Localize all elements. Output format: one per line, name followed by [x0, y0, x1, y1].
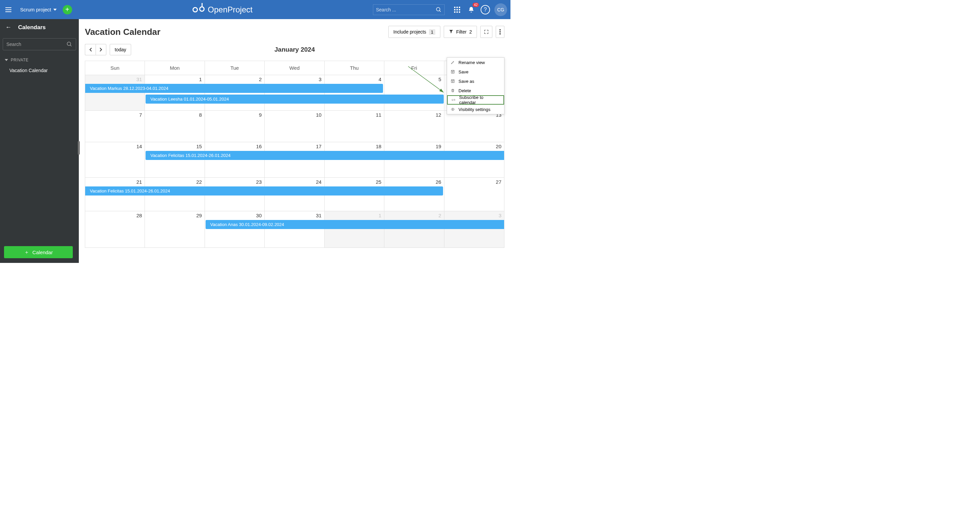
calendar-header-row: SunMonTueWedThuFriSat	[85, 61, 504, 75]
save-icon	[450, 79, 455, 84]
expand-icon	[484, 30, 488, 34]
filter-button[interactable]: Filter 2	[444, 26, 477, 38]
chevron-left-icon	[89, 47, 92, 52]
svg-point-2	[67, 42, 71, 46]
calendar-day[interactable]: 9	[205, 111, 265, 142]
chevron-down-icon	[5, 59, 8, 61]
day-header: Sun	[85, 61, 145, 75]
svg-point-9	[452, 72, 453, 73]
back-arrow-icon[interactable]: ←	[5, 24, 11, 31]
calendar-day[interactable]: 27	[444, 178, 504, 211]
trash-icon	[450, 88, 455, 93]
day-number: 26	[436, 179, 441, 185]
calendar-day[interactable]: 28	[85, 211, 145, 248]
calendar-event[interactable]: Vacation Leesha 01.01.2024-05.01.2024	[146, 95, 443, 103]
menu-item-subscribe-to-calendar[interactable]: Subscribe to calendar	[447, 95, 504, 105]
more-actions-button[interactable]	[496, 26, 504, 38]
svg-rect-8	[452, 70, 454, 71]
sidebar: ← Calendars PRIVATE Vacation Calendar ＋ …	[0, 19, 79, 263]
menu-item-label: Visibility settings	[458, 107, 490, 112]
calendar-day[interactable]: 31	[265, 211, 324, 248]
menu-item-save-as[interactable]: Save as	[447, 76, 504, 86]
calendar-day[interactable]: 13	[444, 111, 504, 142]
eye-icon	[450, 107, 455, 112]
sidebar-item-vacation-calendar[interactable]: Vacation Calendar	[0, 64, 79, 76]
today-button[interactable]: today	[110, 44, 131, 55]
next-month-button[interactable]	[95, 44, 106, 55]
day-number: 3	[499, 213, 501, 218]
filter-label: Filter	[456, 29, 466, 35]
calendar-day[interactable]: 7	[85, 111, 145, 142]
sidebar-section-private[interactable]: PRIVATE	[0, 56, 79, 64]
day-number: 31	[316, 213, 321, 218]
day-header: Thu	[325, 61, 384, 75]
day-header: Tue	[205, 61, 265, 75]
calendar-day[interactable]: 3	[444, 211, 504, 248]
day-header: Wed	[265, 61, 324, 75]
more-vertical-icon	[500, 29, 501, 35]
calendar-day[interactable]: 5	[384, 75, 444, 110]
logo[interactable]: OpenProject	[192, 4, 253, 16]
day-number: 2	[259, 76, 262, 82]
include-projects-count: 1	[429, 29, 435, 35]
filter-count: 2	[469, 29, 472, 35]
create-button[interactable]: +	[63, 5, 72, 14]
new-calendar-label: Calendar	[33, 249, 53, 255]
day-number: 9	[259, 112, 262, 118]
menu-item-visibility-settings[interactable]: Visibility settings	[447, 105, 504, 114]
calendar-day[interactable]: 8	[145, 111, 205, 142]
fullscreen-button[interactable]	[480, 26, 492, 38]
svg-line-3	[70, 45, 72, 46]
search-icon	[436, 7, 442, 13]
day-number: 16	[256, 143, 262, 149]
calendar-day[interactable]: 2	[384, 211, 444, 248]
menu-item-label: Save as	[458, 79, 474, 84]
calendar-day[interactable]: 10	[265, 111, 324, 142]
calendar-day[interactable]: 11	[325, 111, 384, 142]
page-title: Vacation Calendar	[85, 27, 160, 37]
prev-month-button[interactable]	[85, 44, 95, 55]
calendar-day[interactable]: 1	[325, 211, 384, 248]
section-label: PRIVATE	[11, 58, 29, 62]
day-number: 10	[316, 112, 321, 118]
menu-item-delete[interactable]: Delete	[447, 86, 504, 95]
apps-grid-icon	[454, 7, 460, 13]
search-input[interactable]	[376, 7, 436, 13]
project-selector[interactable]: Scrum project	[20, 7, 57, 13]
hamburger-menu-icon[interactable]	[5, 6, 13, 14]
calendar-event[interactable]: Vacation Markus 28.12.2023-04.01.2024	[85, 84, 383, 93]
calendar-day[interactable]: 14	[85, 142, 145, 177]
search-icon	[67, 41, 72, 47]
global-search[interactable]	[373, 4, 445, 15]
menu-item-rename-view[interactable]: Rename view	[447, 58, 504, 67]
calendar-event[interactable]: Vacation Anas 30.01.2024-09.02.2024	[205, 220, 504, 229]
apps-button[interactable]	[451, 3, 463, 16]
day-number: 17	[316, 143, 321, 149]
svg-point-4	[500, 29, 501, 30]
menu-item-save[interactable]: Save	[447, 67, 504, 76]
day-number: 27	[496, 179, 501, 185]
calendar-day[interactable]: 29	[145, 211, 205, 248]
day-header: Mon	[145, 61, 205, 75]
day-number: 1	[379, 213, 381, 218]
calendar-day[interactable]: 12	[384, 111, 444, 142]
calendar-day[interactable]: 30	[205, 211, 265, 248]
include-projects-button[interactable]: Include projects 1	[388, 26, 441, 38]
svg-point-0	[436, 7, 440, 11]
calendar-event[interactable]: Vacation Felicitas 15.01.2024-26.01.2024	[85, 186, 443, 195]
help-button[interactable]: ?	[479, 3, 492, 16]
new-calendar-button[interactable]: ＋ Calendar	[4, 246, 73, 258]
menu-item-label: Rename view	[458, 60, 485, 65]
avatar-initials: CG	[497, 7, 504, 13]
day-number: 14	[137, 143, 142, 149]
user-avatar[interactable]: CG	[494, 3, 507, 16]
calendar-month-title: January 2024	[274, 46, 315, 53]
save-icon	[450, 70, 455, 74]
day-number: 19	[436, 143, 441, 149]
day-number: 11	[375, 112, 381, 118]
calendar-event[interactable]: Vacation Felicitas 15.01.2024-26.01.2024	[146, 151, 504, 160]
menu-item-label: Delete	[458, 88, 471, 93]
sidebar-search-input[interactable]	[6, 41, 67, 47]
notifications-button[interactable]: 42	[465, 3, 477, 16]
sidebar-search[interactable]	[3, 38, 76, 50]
